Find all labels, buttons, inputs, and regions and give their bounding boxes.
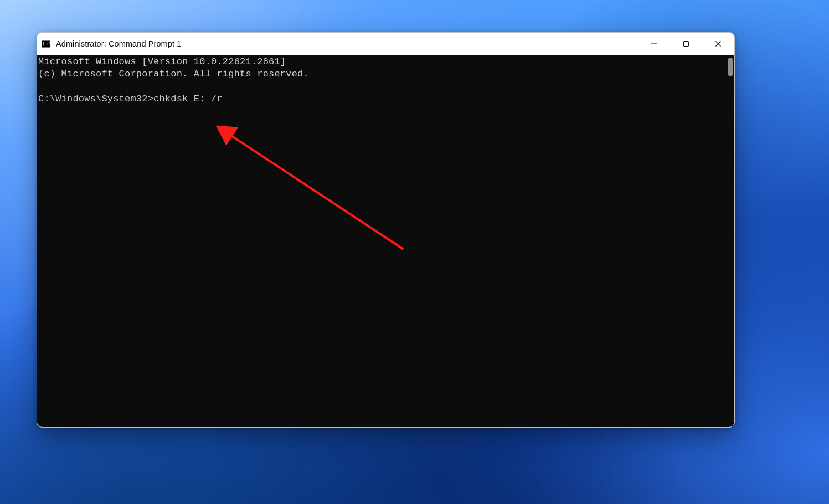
minimize-button[interactable] (638, 33, 670, 55)
maximize-button[interactable] (670, 33, 702, 55)
terminal-line: Microsoft Windows [Version 10.0.22621.28… (38, 56, 286, 67)
window-title: Administrator: Command Prompt 1 (56, 39, 181, 48)
close-button[interactable] (702, 33, 734, 55)
window-controls (638, 33, 734, 55)
svg-rect-4 (684, 42, 689, 47)
terminal-line: (c) Microsoft Corporation. All rights re… (38, 69, 309, 79)
scrollbar-thumb[interactable] (728, 58, 733, 76)
cmd-icon: C:\_ (42, 39, 50, 48)
desktop-background: C:\_ Administrator: Command Prompt 1 Mic… (0, 0, 829, 504)
titlebar[interactable]: C:\_ Administrator: Command Prompt 1 (37, 33, 734, 55)
svg-text:C:\_: C:\_ (43, 41, 50, 47)
vertical-scrollbar[interactable] (726, 55, 734, 427)
terminal-output[interactable]: Microsoft Windows [Version 10.0.22621.28… (37, 55, 734, 427)
terminal-client-area[interactable]: Microsoft Windows [Version 10.0.22621.28… (37, 55, 734, 427)
command-prompt-window: C:\_ Administrator: Command Prompt 1 Mic… (37, 32, 735, 428)
terminal-line: C:\Windows\System32>chkdsk E: /r (38, 94, 223, 104)
